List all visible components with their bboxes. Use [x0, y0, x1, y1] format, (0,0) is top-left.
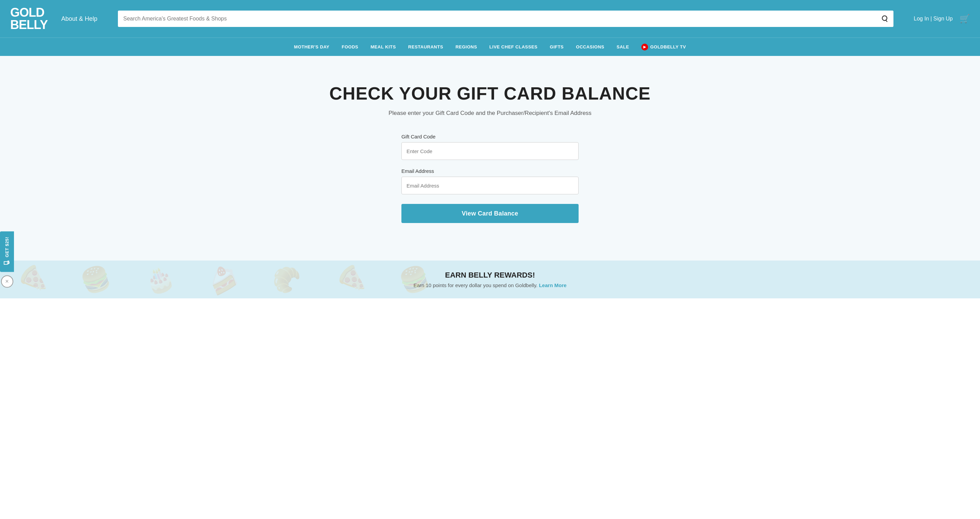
side-panel: 🏷 GET $25! ×	[0, 232, 14, 288]
search-bar	[118, 11, 893, 27]
play-icon: ▶	[641, 44, 648, 51]
rewards-title: EARN BELLY REWARDS!	[7, 271, 973, 279]
logo[interactable]: GOLD BELLY	[10, 6, 48, 31]
gift-card-form: Gift Card Code Email Address View Card B…	[401, 134, 579, 223]
code-field-group: Gift Card Code	[401, 134, 579, 160]
code-label: Gift Card Code	[401, 134, 579, 139]
auth-links[interactable]: Log In | Sign Up	[914, 16, 953, 22]
nav-item-goldbelly-tv[interactable]: ▶ GOLDBELLY TV	[635, 44, 692, 51]
rewards-subtitle: Earn 10 points for every dollar you spen…	[7, 283, 973, 288]
close-icon: ×	[5, 278, 9, 285]
get25-tab[interactable]: 🏷 GET $25!	[0, 232, 14, 272]
page-title: CHECK YOUR GIFT CARD BALANCE	[329, 83, 651, 104]
cart-icon[interactable]: 🛒	[959, 14, 970, 24]
logo-line2: BELLY	[10, 19, 48, 31]
search-button[interactable]	[875, 11, 893, 27]
email-field-group: Email Address	[401, 168, 579, 194]
nav-item-occasions[interactable]: OCCASIONS	[570, 44, 610, 50]
rewards-banner: 🍕 🍔 🎂 🍰 🥐 🍕 🍔 EARN BELLY REWARDS! Earn 1…	[0, 260, 980, 299]
main-content: CHECK YOUR GIFT CARD BALANCE Please ente…	[0, 56, 980, 260]
nav-item-goldbelly-tv-label: GOLDBELLY TV	[650, 44, 686, 50]
tag-icon: 🏷	[3, 260, 11, 267]
search-input[interactable]	[118, 11, 875, 27]
nav-item-regions[interactable]: REGIONS	[449, 44, 483, 50]
nav-item-foods[interactable]: FOODS	[336, 44, 364, 50]
rewards-learn-more-link[interactable]: Learn More	[539, 283, 567, 288]
nav-item-gifts[interactable]: GIFTS	[544, 44, 570, 50]
email-input[interactable]	[401, 177, 579, 194]
nav-item-restaurants[interactable]: RESTAURANTS	[402, 44, 449, 50]
get25-label: GET $25!	[5, 237, 10, 257]
logo-line1: GOLD	[10, 6, 48, 19]
header: GOLD BELLY About & Help Log In | Sign Up…	[0, 0, 980, 38]
about-help-link[interactable]: About & Help	[61, 15, 97, 22]
email-label: Email Address	[401, 168, 579, 174]
rewards-subtitle-text: Earn 10 points for every dollar you spen…	[413, 283, 538, 288]
nav-item-live-chef-classes[interactable]: LIVE CHEF CLASSES	[483, 44, 544, 50]
close-side-button[interactable]: ×	[1, 275, 13, 287]
view-card-balance-button[interactable]: View Card Balance	[401, 204, 579, 223]
nav-item-sale[interactable]: SALE	[611, 44, 635, 50]
gift-card-code-input[interactable]	[401, 142, 579, 160]
nav-item-mothers-day[interactable]: MOTHER'S DAY	[288, 44, 336, 50]
nav-item-meal-kits[interactable]: MEAL KITS	[364, 44, 402, 50]
search-icon	[880, 15, 888, 22]
nav-bar: MOTHER'S DAY FOODS MEAL KITS RESTAURANTS…	[0, 38, 980, 56]
page-subtitle: Please enter your Gift Card Code and the…	[388, 110, 592, 117]
